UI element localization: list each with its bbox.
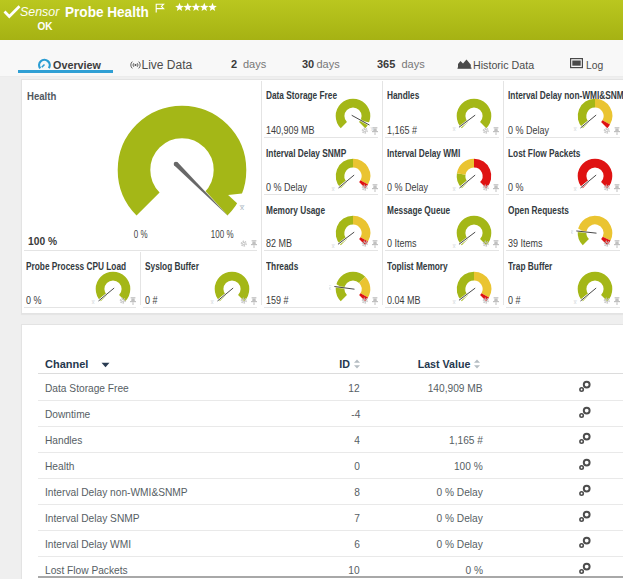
- svg-text:x̅: x̅: [452, 185, 456, 191]
- svg-text:x̅: x̅: [331, 242, 335, 248]
- svg-text:x̅: x̅: [452, 298, 456, 304]
- svg-text:x̅: x̅: [91, 298, 95, 304]
- svg-text:x̅: x̅: [452, 242, 456, 248]
- svg-text:x̅: x̅: [573, 298, 577, 304]
- svg-text:x̅: x̅: [329, 284, 332, 290]
- svg-text:x̅: x̅: [331, 185, 335, 191]
- svg-text:x̅: x̅: [210, 298, 214, 304]
- svg-text:x̅: x̅: [573, 185, 577, 191]
- svg-text:x̅: x̅: [452, 126, 456, 132]
- svg-text:x̅: x̅: [573, 126, 577, 132]
- svg-text:x̅: x̅: [571, 229, 574, 235]
- svg-text:x̅: x̅: [239, 203, 245, 212]
